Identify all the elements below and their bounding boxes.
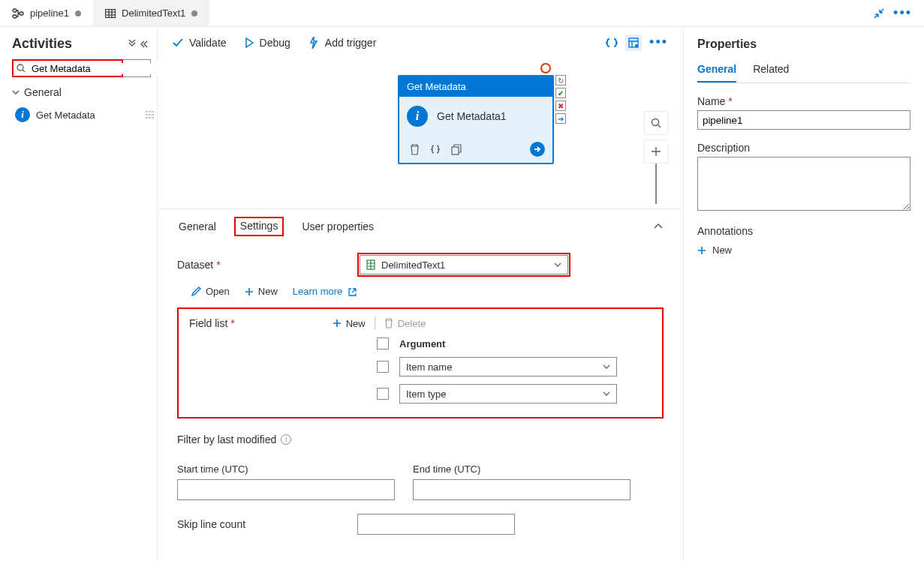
field-list-section: Field list New Delete [177,308,664,418]
svg-rect-1 [13,15,17,18]
breakpoint-icon[interactable] [540,63,551,74]
properties-panel: Properties General Related Name Descript… [684,27,924,561]
pipeline-toolbar: Validate Debug Add trigger ••• [158,27,683,58]
dataset-value: DelimitedText1 [381,260,445,271]
dataset-select[interactable]: DelimitedText1 [360,255,568,274]
collapse-diag-icon[interactable] [874,5,884,21]
node-connectors: ↻ ✔ ✖ ➔ [555,75,566,124]
props-desc-input[interactable] [697,157,910,211]
connector-fail-icon[interactable]: ✖ [555,100,566,111]
argument-row-checkbox[interactable] [377,388,389,400]
dataset-label: Dataset [177,259,357,271]
tab-general[interactable]: General [177,218,218,236]
debug-button[interactable]: Debug [245,37,290,49]
dataset-open-label: Open [206,286,230,297]
activity-node-get-metadata[interactable]: Get Metadata i Get Metadata1 [398,75,554,164]
annotations-new-button[interactable]: New [697,244,910,256]
expand-all-icon[interactable] [128,40,136,49]
argument-row-checkbox[interactable] [377,361,389,373]
tab-delimitedtext1[interactable]: DelimitedText1 [93,0,209,26]
collapse-panel-icon[interactable] [653,223,664,230]
start-time-label: Start time (UTC) [177,464,395,475]
tab-pipeline1[interactable]: pipeline1 [0,0,93,26]
properties-title: Properties [697,38,910,51]
chevron-down-icon [603,391,610,397]
external-link-icon [348,288,357,296]
search-icon [14,64,29,73]
activities-title: Activities [12,36,72,52]
props-annotations-label: Annotations [697,225,753,237]
svg-point-6 [635,44,638,47]
tab-user-properties[interactable]: User properties [300,218,375,236]
add-trigger-label: Add trigger [325,37,376,49]
props-name-input[interactable] [697,110,910,130]
unsaved-dot-icon [191,10,197,16]
plus-icon [333,319,342,328]
annotations-new-label: New [712,244,732,256]
edit-icon [191,286,201,297]
argument-select-0[interactable]: Item name [399,357,617,376]
argument-value-1: Item type [406,388,446,400]
collapse-panel-icon[interactable] [139,40,148,49]
divider [375,316,375,330]
top-more-icon[interactable]: ••• [893,5,912,21]
activities-panel: Activities General i Get Metadata [0,27,158,561]
info-icon: i [15,107,30,122]
validate-button[interactable]: Validate [173,37,227,49]
argument-header-checkbox[interactable] [377,338,389,350]
svg-rect-3 [106,9,116,17]
canvas-search-button[interactable] [644,111,668,135]
fieldlist-delete-label: Delete [398,318,426,329]
validate-label: Validate [189,37,227,49]
pipeline-canvas[interactable]: Get Metadata i Get Metadata1 ↻ ✔ ✖ ➔ [158,58,683,208]
dataset-learn-more-link[interactable]: Learn more [293,286,357,297]
trash-icon [384,318,393,328]
debug-label: Debug [260,37,290,49]
connector-retry-icon[interactable]: ↻ [555,75,566,86]
fieldlist-delete-button[interactable]: Delete [384,318,426,329]
dataset-new-button[interactable]: New [245,286,278,297]
node-output-icon[interactable] [530,142,545,157]
activity-search-wrap [0,58,157,82]
svg-point-8 [652,119,659,126]
start-time-input[interactable] [177,479,395,500]
canvas-add-button[interactable] [644,140,668,164]
activity-search-input[interactable] [29,63,161,74]
dataset-open-button[interactable]: Open [191,286,230,297]
code-view-icon[interactable] [606,37,618,49]
end-time-label: End time (UTC) [413,464,631,475]
props-tab-general[interactable]: General [697,62,736,82]
connector-completion-icon[interactable]: ➔ [555,113,566,124]
props-name-label: Name [697,95,733,107]
fieldlist-new-button[interactable]: New [333,318,366,329]
tab-settings[interactable]: Settings [234,217,284,236]
end-time-input[interactable] [413,479,631,500]
properties-toggle-icon[interactable] [625,34,642,51]
chevron-down-icon [554,262,561,268]
props-tab-related[interactable]: Related [753,62,789,82]
tab-pipeline1-label: pipeline1 [30,8,69,19]
svg-rect-7 [452,147,459,154]
node-code-icon[interactable] [430,144,441,154]
dataset-icon [105,9,116,18]
delete-node-icon[interactable] [410,144,420,155]
plus-icon [697,246,706,255]
argument-select-1[interactable]: Item type [399,384,617,404]
drag-grip-icon [146,111,148,118]
skip-line-input[interactable] [357,514,515,535]
copy-node-icon[interactable] [451,144,462,155]
argument-header-label: Argument [399,338,445,350]
play-icon [245,38,254,48]
activity-get-metadata[interactable]: i Get Metadata [0,103,157,127]
connector-success-icon[interactable]: ✔ [555,88,566,98]
activity-settings-panel: General Settings User properties Dataset… [158,208,683,561]
toolbar-more-icon[interactable]: ••• [649,34,668,50]
dataset-new-label: New [258,286,278,297]
svg-point-4 [17,64,23,70]
add-trigger-button[interactable]: Add trigger [309,37,376,49]
info-icon[interactable]: i [281,434,291,445]
zoom-slider[interactable] [655,164,657,204]
argument-value-0: Item name [406,362,452,373]
section-general[interactable]: General [0,82,157,103]
info-icon: i [407,106,428,127]
